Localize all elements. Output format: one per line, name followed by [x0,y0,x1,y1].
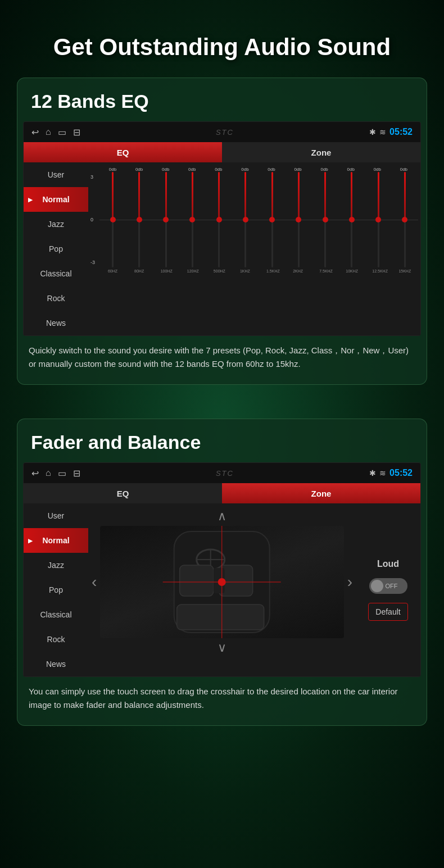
eq-description: Quickly switch to the sound you desire w… [17,336,427,373]
fader-home-icon[interactable]: ⌂ [46,468,51,479]
eq-tab-bar: EQ Zone [24,142,420,162]
preset-user[interactable]: User [24,162,88,187]
fader-preset-list: User Normal Jazz Pop Classical Rock News [24,503,88,676]
fader-preset-rock[interactable]: Rock [24,627,88,652]
eq-freq-labels: 60HZ 80HZ 100HZ 120HZ 500HZ 1KHZ 1.5KHZ … [90,267,418,274]
fader-apps-icon[interactable]: ▭ [58,468,66,479]
fader-preset-user[interactable]: User [24,503,88,528]
eq-bar-3[interactable] [161,172,170,267]
fader-logo: STC [216,469,234,478]
eq-bars-row: 3 0 -3 [90,172,418,267]
eq-bar-8[interactable] [294,172,303,267]
eq-logo: STC [216,128,234,137]
fader-preset-classical[interactable]: Classical [24,602,88,627]
svg-point-10 [218,578,226,586]
fader-card-title: Fader and Balance [17,419,427,462]
eq-content: User Normal Jazz Pop Classical Rock News… [24,162,420,335]
page-wrapper: Get Outstanding Audio Sound 12 Bands EQ … [0,0,444,868]
eq-bar-1[interactable] [108,172,117,267]
home-icon[interactable]: ⌂ [46,127,51,138]
eq-bars-area: 0db 0db 0db 0db 0db 0db 0db 0db 0db 0db … [88,162,420,335]
eq-bar-2[interactable] [135,172,144,267]
eq-screen-mock: ↩ ⌂ ▭ ⊟ STC ✱ ≋ 05:52 EQ Zone [23,121,421,336]
car-interior-svg [100,526,343,638]
eq-bar-5[interactable] [215,172,224,267]
zone-content: User Normal Jazz Pop Classical Rock News… [24,503,420,676]
fader-right-arrow[interactable]: › [344,570,356,594]
preset-rock[interactable]: Rock [24,286,88,311]
fader-status-bar: ↩ ⌂ ▭ ⊟ STC ✱ ≋ 05:52 [24,463,420,483]
eq-card: 12 Bands EQ ↩ ⌂ ▭ ⊟ STC ✱ ≋ 05:52 EQ [17,78,427,385]
fader-right-panel: Loud OFF Default [356,503,420,676]
fader-tab-eq[interactable]: EQ [24,483,222,503]
fader-description: You can simply use the touch screen to d… [17,677,427,714]
fader-tab-zone[interactable]: Zone [222,483,420,503]
fader-left-arrow[interactable]: ‹ [88,570,100,594]
fader-car-row: ‹ [88,526,356,638]
loud-label: Loud [377,559,399,569]
eq-bar-10[interactable] [347,172,356,267]
fader-wifi-icon: ≋ [379,469,386,478]
fader-preset-pop[interactable]: Pop [24,578,88,602]
back-icon[interactable]: ↩ [31,127,39,138]
eq-status-bar-left: ↩ ⌂ ▭ ⊟ [31,127,80,138]
fader-tab-bar: EQ Zone [24,483,420,503]
eq-bars-container [99,172,418,267]
fader-bt-icon: ✱ [369,469,376,478]
tab-eq[interactable]: EQ [24,142,222,162]
eq-bar-7[interactable] [268,172,277,267]
preset-pop[interactable]: Pop [24,237,88,261]
apps-icon[interactable]: ▭ [58,127,66,138]
eq-db-labels: 0db 0db 0db 0db 0db 0db 0db 0db 0db 0db … [90,166,418,172]
fader-preset-jazz[interactable]: Jazz [24,553,88,578]
fader-status-bar-left: ↩ ⌂ ▭ ⊟ [31,468,80,479]
bt-icon: ✱ [369,128,376,137]
fader-down-arrow[interactable]: ∨ [215,638,229,657]
tab-zone[interactable]: Zone [222,142,420,162]
preset-classical[interactable]: Classical [24,261,88,286]
loud-toggle[interactable]: OFF [369,578,407,594]
fader-settings-icon[interactable]: ⊟ [73,468,80,479]
zero-line [99,220,418,220]
toggle-knob [371,580,383,592]
fader-up-arrow[interactable]: ∧ [215,507,229,526]
wifi-icon: ≋ [379,128,386,137]
preset-jazz[interactable]: Jazz [24,212,88,237]
eq-status-bar: ↩ ⌂ ▭ ⊟ STC ✱ ≋ 05:52 [24,122,420,142]
fader-status-bar-right: ✱ ≋ 05:52 [369,468,413,478]
fader-screen-mock: ↩ ⌂ ▭ ⊟ STC ✱ ≋ 05:52 EQ Zone [23,462,421,677]
main-title: Get Outstanding Audio Sound [17,0,427,78]
eq-status-bar-right: ✱ ≋ 05:52 [369,127,413,137]
fader-time: 05:52 [389,468,413,478]
fader-card: Fader and Balance ↩ ⌂ ▭ ⊟ STC ✱ ≋ 05:52 [17,419,427,726]
eq-bar-9[interactable] [321,172,330,267]
svg-rect-7 [177,605,264,630]
fader-car-image[interactable] [100,526,343,638]
eq-preset-list: User Normal Jazz Pop Classical Rock News [24,162,88,335]
fader-main-area: ∧ ‹ [88,503,356,676]
eq-bar-6[interactable] [241,172,250,267]
svg-rect-4 [180,565,214,596]
default-button[interactable]: Default [368,603,407,621]
eq-bar-11[interactable] [374,172,383,267]
eq-bar-12[interactable] [400,172,409,267]
eq-time: 05:52 [389,127,413,137]
fader-back-icon[interactable]: ↩ [31,468,39,479]
eq-card-title: 12 Bands EQ [17,78,427,121]
eq-scale-labels: 3 0 -3 [90,172,99,267]
preset-news[interactable]: News [24,311,88,335]
preset-normal[interactable]: Normal [24,187,88,212]
settings-icon[interactable]: ⊟ [73,127,80,138]
toggle-label: OFF [386,583,398,589]
fader-preset-news[interactable]: News [24,652,88,676]
fader-preset-normal[interactable]: Normal [24,528,88,553]
eq-bar-4[interactable] [188,172,197,267]
